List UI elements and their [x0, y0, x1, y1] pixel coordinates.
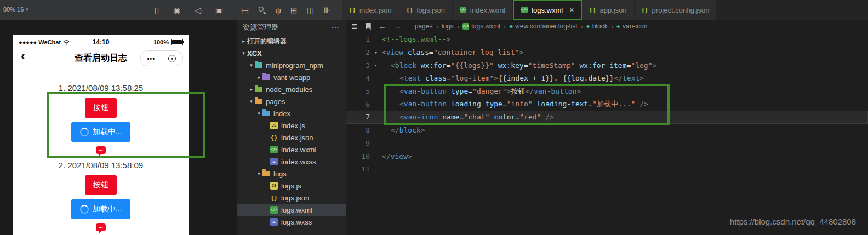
item-label: logs [273, 170, 287, 178]
code-area[interactable]: 1<!--logs.wxml-->2▾<view class="containe… [346, 33, 868, 235]
chevron-right-icon[interactable]: ▸ [248, 87, 255, 92]
line-number: 10 [346, 152, 370, 161]
nav-back-icon[interactable]: ← [379, 22, 386, 30]
breadcrumb-item-logs.wxml[interactable]: </>logs.wxml [462, 22, 500, 30]
pages-icon[interactable]: ▤ [241, 6, 249, 14]
symbol-icon: ◈ [586, 24, 590, 29]
tab-logs.wxml[interactable]: </>logs.wxml× [513, 0, 582, 20]
code-line-9[interactable]: 9 [346, 137, 868, 150]
fold-chevron-icon[interactable]: ▾ [370, 62, 382, 68]
folder-item-logs[interactable]: ▾logs [237, 168, 346, 180]
item-label: index.wxml [281, 146, 316, 154]
log-list: 1. 2021/08/09 13:58:25按钮加载中...2. 2021/08… [13, 67, 189, 235]
line-number: 11 [346, 165, 370, 173]
file-item-logs.wxss[interactable]: ≡logs.wxss [237, 216, 346, 228]
folder-item-打开的编辑器[interactable]: ▸打开的编辑器 [237, 35, 346, 47]
watermark: https://blog.csdn.net/qq_44802808 [730, 217, 856, 226]
breadcrumb-item-block[interactable]: ◈block [586, 22, 608, 30]
exit-target-button[interactable] [162, 55, 183, 62]
close-tab-icon[interactable]: × [569, 5, 574, 14]
tab-project.config.json[interactable]: {}project.config.json [635, 0, 717, 20]
file-item-index.js[interactable]: JSindex.js [237, 119, 346, 131]
git-branch-icon[interactable]: ψ [275, 6, 281, 14]
loading-button[interactable]: 加载中... [71, 199, 131, 219]
nav-forward-icon[interactable]: → [394, 22, 402, 30]
chevron-down-icon[interactable]: ▾ [255, 111, 262, 116]
zoom-caret-icon[interactable]: ▾ [26, 7, 28, 12]
loading-spinner-icon [80, 205, 89, 214]
folder-item-vant-weapp[interactable]: ▸vant-weapp [237, 71, 346, 83]
breadcrumb-item-logs[interactable]: logs [442, 22, 454, 30]
loading-button[interactable]: 加载中... [71, 122, 131, 142]
chevron-down-icon[interactable]: ▾ [255, 171, 262, 176]
bookmark-icon[interactable] [366, 23, 371, 30]
chevron-down-icon[interactable]: ▾ [248, 62, 255, 68]
item-label: vant-weapp [273, 73, 310, 82]
danger-button[interactable]: 按钮 [85, 175, 117, 195]
js-file-icon: JS [270, 122, 278, 129]
json-file-icon: {} [642, 7, 648, 13]
grid-icon[interactable]: ⊞ [290, 6, 298, 14]
code-line-6[interactable]: 6<van-button loading type="info" loading… [346, 98, 868, 111]
code-line-10[interactable]: 10</view> [346, 150, 868, 163]
chevron-down-icon[interactable]: ▾ [248, 99, 255, 104]
breadcrumb-item-van-icon[interactable]: ◈van-icon [616, 22, 647, 30]
folder-item-index[interactable]: ▾index [237, 107, 346, 119]
file-item-index.wxss[interactable]: ≡index.wxss [237, 156, 346, 168]
chat-icon [96, 223, 106, 231]
device-toolbar-icons: ▯◉◁▣ [155, 0, 223, 20]
fold-chevron-icon[interactable]: ▾ [370, 50, 382, 55]
chevron-right-icon[interactable]: ▸ [240, 38, 247, 44]
tab-app.json[interactable]: {}app.json [582, 0, 634, 20]
more-button[interactable]: ••• [141, 55, 162, 62]
code-line-7[interactable]: 7<van-icon name="chat" color="red" /> [346, 111, 868, 124]
item-label: index.wxss [281, 158, 316, 166]
breadcrumb-item-view.container.log-list[interactable]: ◈view.container.log-list [509, 22, 577, 30]
explorer-more-button[interactable]: ⋯ [332, 23, 340, 32]
log-entry: 2. 2021/08/09 13:58:09按钮加载中... [59, 161, 143, 231]
file-item-logs.json[interactable]: {}logs.json [237, 192, 346, 204]
tab-label: project.config.json [652, 6, 710, 14]
split-editor-icon[interactable]: ⊪ [324, 6, 331, 14]
chat-icon [96, 146, 106, 154]
tab-index.wxml[interactable]: </>index.wxml [453, 0, 513, 20]
breadcrumb-label: logs.wxml [471, 22, 500, 30]
chevron-down-icon[interactable]: ▾ [240, 50, 247, 56]
back-button[interactable]: ‹ [21, 49, 25, 62]
code-line-4[interactable]: 4<text class="log-item">{{index + 1}}. {… [346, 72, 868, 85]
tab-logs.json[interactable]: {}logs.json [399, 0, 453, 20]
item-label: index.js [281, 122, 305, 130]
loading-spinner-icon [80, 128, 89, 136]
device-icon[interactable]: ▯ [155, 6, 159, 14]
loading-button-label: 加载中... [93, 204, 122, 214]
record-icon[interactable]: ◉ [173, 6, 180, 14]
code-line-1[interactable]: 1<!--logs.wxml--> [346, 33, 868, 46]
code-line-3[interactable]: 3▾<block wx:for="{{logs}}" wx:key="timeS… [346, 59, 868, 72]
folder-item-node_modules[interactable]: ▸node_modules [237, 83, 346, 95]
file-item-index.wxml[interactable]: </>index.wxml [237, 144, 346, 156]
outline-icon[interactable]: ≣ [351, 22, 358, 30]
folder-item-miniprogram_npm[interactable]: ▾miniprogram_npm [237, 59, 346, 71]
item-label: index [273, 110, 290, 118]
chevron-right-icon[interactable]: ▸ [255, 74, 262, 80]
zoom-label[interactable]: 00% 16 [3, 6, 24, 13]
code-line-5[interactable]: 5<van-button type="danger">按钮</van-butto… [346, 85, 868, 98]
folder-item-XCX[interactable]: ▾XCX [237, 47, 346, 59]
file-item-index.json[interactable]: {}index.json [237, 131, 346, 144]
breadcrumb-item-pages[interactable]: pages [415, 22, 433, 30]
status-bar: ●●●●● WeChat 14:10 100% [13, 35, 189, 49]
search-icon[interactable] [258, 6, 266, 14]
sound-icon[interactable]: ◁ [195, 6, 201, 14]
line-number: 3 [346, 61, 370, 70]
tab-index.json[interactable]: {}index.json [342, 0, 399, 20]
danger-button[interactable]: 按钮 [85, 98, 117, 118]
folder-item-pages[interactable]: ▾pages [237, 95, 346, 107]
code-line-8[interactable]: 8</block> [346, 124, 868, 137]
code-line-11[interactable]: 11 [346, 163, 868, 176]
window-icon[interactable]: ◫ [306, 6, 314, 14]
file-item-logs.wxml[interactable]: </>logs.wxml [237, 204, 346, 216]
file-item-logs.js[interactable]: JSlogs.js [237, 180, 346, 192]
compile-icon[interactable]: ▣ [215, 6, 223, 14]
code-line-2[interactable]: 2▾<view class="container log-list"> [346, 46, 868, 59]
line-number: 9 [346, 139, 370, 147]
